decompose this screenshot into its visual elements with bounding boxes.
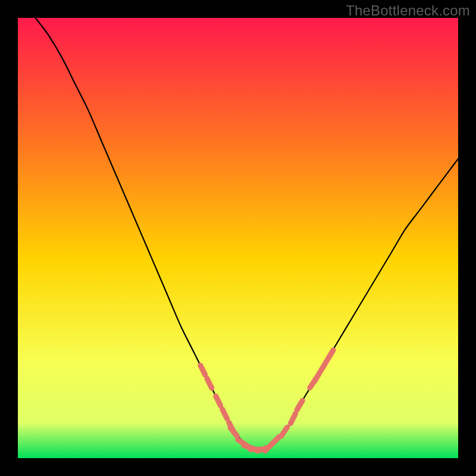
bottleneck-chart xyxy=(18,18,458,458)
watermark-text: TheBottleneck.com xyxy=(346,2,470,19)
plot-area xyxy=(18,18,458,458)
chart-frame: TheBottleneck.com xyxy=(0,0,476,476)
gradient-background xyxy=(18,18,458,458)
